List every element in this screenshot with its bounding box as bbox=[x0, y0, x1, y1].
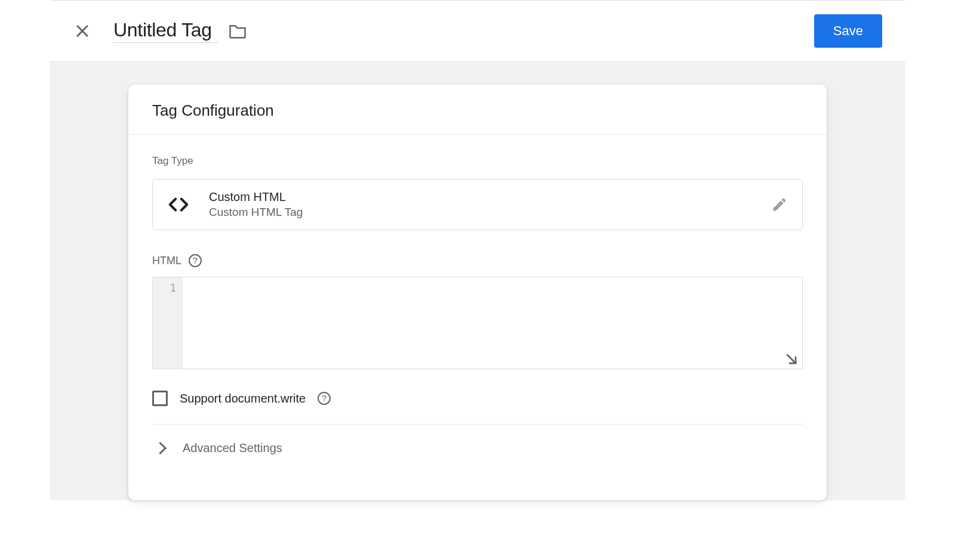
html-editor-label: HTML bbox=[152, 255, 181, 267]
tag-type-description: Custom HTML Tag bbox=[209, 206, 771, 219]
tag-type-selector[interactable]: Custom HTML Custom HTML Tag bbox=[152, 179, 803, 230]
editor-content[interactable] bbox=[183, 277, 802, 369]
svg-line-2 bbox=[787, 355, 796, 363]
line-number: 1 bbox=[153, 282, 176, 294]
tag-name-input[interactable] bbox=[113, 19, 218, 43]
resize-handle-icon[interactable] bbox=[784, 352, 799, 366]
support-document-write-checkbox[interactable] bbox=[152, 391, 168, 406]
advanced-settings-toggle[interactable]: Advanced Settings bbox=[128, 425, 827, 472]
close-icon[interactable] bbox=[74, 23, 91, 39]
html-editor[interactable]: 1 bbox=[152, 277, 803, 369]
help-icon[interactable]: ? bbox=[189, 254, 202, 267]
header-bar: Save bbox=[50, 1, 905, 62]
tag-type-label: Tag Type bbox=[152, 155, 803, 167]
tag-type-name: Custom HTML bbox=[209, 190, 771, 204]
chevron-right-icon bbox=[154, 442, 167, 454]
tag-configuration-card: Tag Configuration Tag Type Custom HTML C… bbox=[128, 85, 827, 500]
advanced-settings-label: Advanced Settings bbox=[183, 441, 282, 455]
folder-icon[interactable] bbox=[229, 23, 247, 39]
support-document-write-label: Support document.write bbox=[180, 392, 306, 406]
editor-gutter: 1 bbox=[153, 277, 183, 369]
help-icon[interactable]: ? bbox=[318, 392, 331, 405]
save-button[interactable]: Save bbox=[814, 14, 882, 48]
card-title: Tag Configuration bbox=[128, 85, 827, 135]
code-icon bbox=[167, 193, 190, 216]
body-area: Tag Configuration Tag Type Custom HTML C… bbox=[50, 62, 905, 500]
pencil-icon[interactable] bbox=[771, 196, 788, 213]
